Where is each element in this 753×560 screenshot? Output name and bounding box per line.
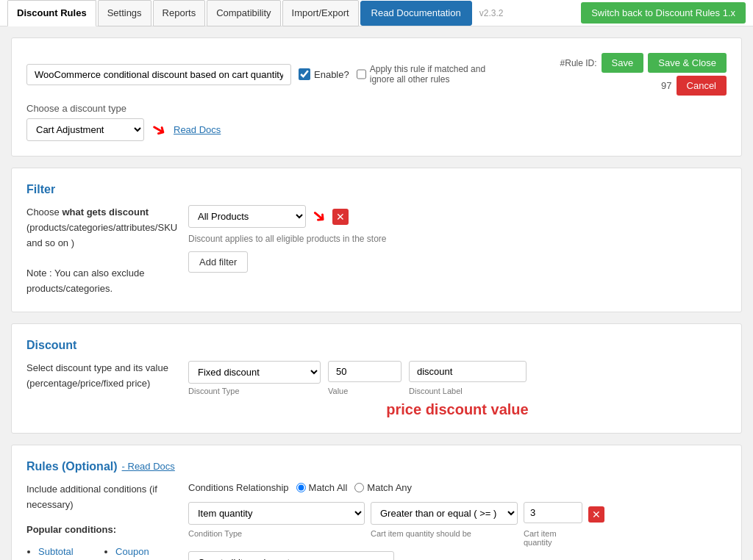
switch-back-button[interactable]: Switch back to Discount Rules 1.x [581,2,746,24]
rule-id-label: #Rule ID: [560,58,597,68]
apply-rule-label: Apply this rule if matched and ignore al… [357,64,504,85]
discount-type-label: Choose a discount type [26,103,727,114]
discount-section-title: Discount [26,339,727,352]
add-filter-button[interactable]: Add filter [188,251,248,273]
price-discount-annotation: price discount value [188,401,727,418]
condition-op-sublabel: Cart item quantity should be [371,529,518,547]
condition-val-sublabel: Cart item quantity [524,529,582,547]
condition-op-select[interactable]: Greater than or equal ( >= ) Less than E… [371,502,518,525]
discount-type-select[interactable]: Fixed discount Percentage discount Price… [188,361,321,384]
popular-subtotal[interactable]: Subtotal [38,546,74,557]
match-all-label[interactable]: Match All [296,482,348,493]
read-docs-link[interactable]: Read Docs [174,124,221,135]
rules-description: Include additional conditions (if necess… [26,482,174,560]
match-all-radio[interactable] [296,483,306,492]
filter-select[interactable]: All Products Products Categories [188,205,306,228]
discount-card: Discount Select discount type and its va… [11,323,742,434]
match-any-label[interactable]: Match Any [354,482,412,493]
rules-section-title: Rules (Optional) [26,460,118,473]
condition-value-input[interactable] [524,502,582,523]
how-to-calculate-select[interactable]: Count all items in cart Count unique ite… [188,551,394,560]
popular-coupon[interactable]: Coupon [115,546,149,557]
enable-label: Enable? [299,68,349,80]
discount-type-select[interactable]: Cart Adjustment Product Discount Cart Di… [26,118,144,141]
nav-tab-import-export[interactable]: Import/Export [282,0,359,26]
save-button[interactable]: Save [602,53,644,73]
condition-row: Item quantity Subtotal User role Greater… [188,502,582,525]
conditions-rel-label: Conditions Relationship [188,482,289,493]
condition-type-sublabel: Condition Type [188,529,365,547]
rule-title-input[interactable] [26,64,291,85]
discount-description: Select discount type and its value (perc… [26,361,174,418]
discount-label-sublabel: Discount Label [409,387,527,395]
rules-read-docs-link[interactable]: - Read Docs [122,461,175,472]
discount-value-sublabel: Value [328,387,402,395]
discount-type-sublabel: Discount Type [188,387,321,395]
save-close-button[interactable]: Save & Close [648,53,727,73]
filter-section-title: Filter [26,183,727,196]
nav-tab-compatibility[interactable]: Compatibility [207,0,280,26]
filter-description: Choose what gets discount (products/cate… [26,205,174,297]
rule-config-card: Enable? Apply this rule if matched and i… [11,37,742,157]
rules-controls: Conditions Relationship Match All Match … [188,482,727,560]
condition-remove-button[interactable]: ✕ [588,506,604,523]
nav-tab-reports[interactable]: Reports [153,0,206,26]
top-nav: Discount Rules Settings Reports Compatib… [0,0,753,26]
filter-card: Filter Choose what gets discount (produc… [11,168,742,312]
filter-controls: All Products Products Categories ➜ ✕ Dis… [188,205,727,297]
nav-tab-read-docs[interactable]: Read Documentation [360,1,472,26]
filter-arrow-annotation: ➜ [308,205,331,228]
rules-card: Rules (Optional) - Read Docs Include add… [11,445,742,560]
discount-label-input[interactable] [409,361,527,382]
filter-remove-button[interactable]: ✕ [332,209,349,225]
arrow-annotation: ➜ [148,118,169,141]
nav-version: v2.3.2 [474,8,510,18]
match-any-radio[interactable] [354,483,364,492]
discount-controls: Fixed discount Percentage discount Price… [188,361,727,418]
popular-conditions: Popular conditions: Subtotal User role D… [26,523,174,560]
condition-type-select[interactable]: Item quantity Subtotal User role [188,502,365,525]
discount-value-input[interactable] [328,361,402,382]
filter-hint: Discount applies to all eligible product… [188,234,727,244]
enable-checkbox[interactable] [299,68,310,80]
nav-tab-discount-rules[interactable]: Discount Rules [7,0,96,26]
apply-rule-checkbox[interactable] [357,69,366,79]
rule-id-value: 97 [661,80,671,91]
cancel-button[interactable]: Cancel [677,76,727,96]
nav-tab-settings[interactable]: Settings [98,0,151,26]
